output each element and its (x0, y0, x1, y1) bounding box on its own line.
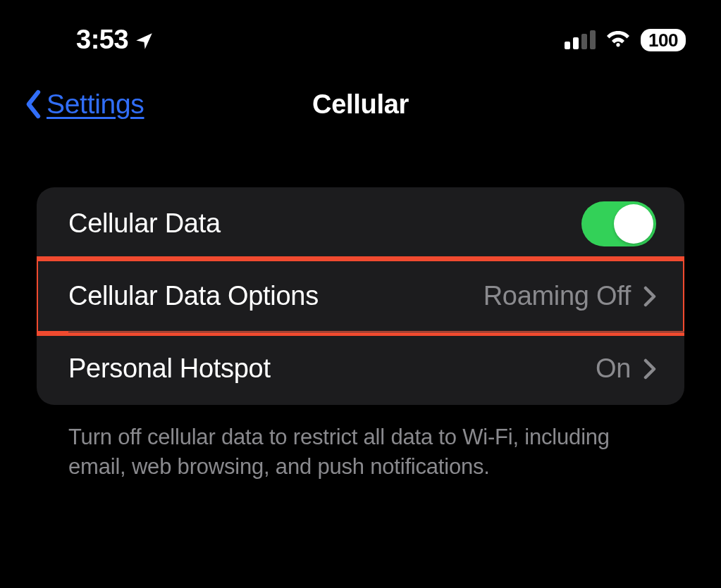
cellular-data-row[interactable]: Cellular Data (37, 187, 684, 260)
cellular-data-options-value: Roaming Off (483, 281, 631, 311)
location-icon (135, 32, 154, 51)
cellular-data-options-label: Cellular Data Options (68, 281, 319, 311)
footer-text: Turn off cellular data to restrict all d… (37, 405, 684, 482)
cellular-signal-icon (565, 30, 596, 49)
chevron-right-icon (643, 286, 656, 307)
back-button[interactable]: Settings (23, 89, 144, 120)
content: Cellular Data Cellular Data Options Roam… (0, 132, 721, 482)
cellular-data-label: Cellular Data (68, 208, 221, 239)
nav-bar: Settings Cellular (0, 69, 721, 132)
personal-hotspot-value: On (596, 354, 631, 384)
battery-level: 100 (641, 29, 686, 51)
page-title: Cellular (312, 89, 409, 120)
chevron-right-icon (643, 358, 656, 380)
personal-hotspot-row[interactable]: Personal Hotspot On (37, 332, 684, 405)
chevron-left-icon (23, 89, 45, 120)
row-right: Roaming Off (483, 281, 656, 311)
back-label: Settings (47, 89, 144, 120)
settings-group: Cellular Data Cellular Data Options Roam… (37, 187, 684, 405)
row-right: On (596, 354, 656, 384)
wifi-icon (605, 30, 631, 49)
personal-hotspot-label: Personal Hotspot (68, 354, 271, 384)
status-left: 3:53 (76, 25, 154, 55)
cellular-data-toggle[interactable] (581, 201, 656, 246)
status-bar: 3:53 100 (0, 0, 721, 69)
toggle-knob (614, 204, 653, 244)
cellular-data-options-row[interactable]: Cellular Data Options Roaming Off (37, 260, 684, 332)
status-right: 100 (565, 29, 686, 51)
status-time: 3:53 (76, 25, 128, 55)
